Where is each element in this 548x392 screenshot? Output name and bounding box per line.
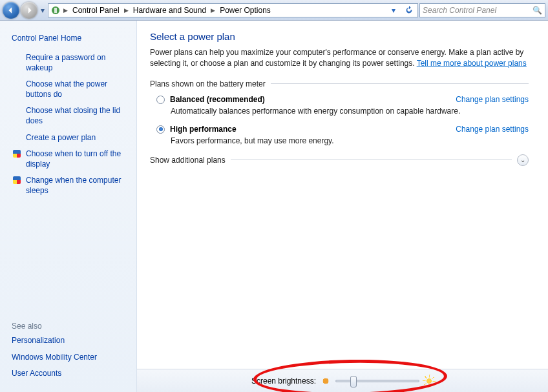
shield-icon [13,150,21,158]
breadcrumb-power-options[interactable]: Power Options [218,5,273,15]
search-placeholder: Search Control Panel [423,6,496,15]
chevron-right-icon: ▶ [63,7,68,14]
plan-name[interactable]: High performance [170,125,237,134]
back-button[interactable] [3,2,19,19]
slider-thumb[interactable] [350,376,357,387]
intro-help-link[interactable]: Tell me more about power plans [417,59,527,68]
search-input[interactable]: Search Control Panel 🔍 [419,3,545,17]
plan-row-balanced: Balanced (recommended) Change plan setti… [156,95,529,104]
sun-bright-icon [425,377,434,386]
history-dropdown[interactable]: ▾ [39,2,47,19]
svg-rect-1 [54,8,57,13]
breadcrumb-hardware-sound[interactable]: Hardware and Sound [131,5,208,15]
plan-row-high-perf: High performance Change plan settings [156,125,529,134]
show-additional-plans[interactable]: Show additional plans ⌄ [150,154,529,166]
sidebar: Control Panel Home Require a password on… [0,21,137,392]
see-also-header: See also [12,322,127,331]
search-icon: 🔍 [532,6,542,15]
intro-text: Power plans can help you maximize your c… [150,47,529,69]
brightness-label: Screen brightness: [251,377,316,386]
back-arrow-icon [7,6,15,14]
refresh-icon [405,6,414,15]
plan-name[interactable]: Balanced (recommended) [170,95,265,104]
breadcrumb-control-panel[interactable]: Control Panel [70,5,121,15]
sidebar-home-link[interactable]: Control Panel Home [12,34,127,43]
shield-icon [13,176,21,184]
see-also-personalization[interactable]: Personalization [12,336,127,346]
address-dropdown[interactable]: ▾ [387,4,400,17]
see-also-mobility-center[interactable]: Windows Mobility Center [12,353,127,363]
chevron-right-icon: ▶ [211,7,215,14]
sidebar-link-require-password[interactable]: Require a password on wakeup [12,53,127,73]
plan-desc: Favors performance, but may use more ene… [171,136,529,145]
breadcrumb-bar[interactable]: ▶ Control Panel ▶ Hardware and Sound ▶ P… [48,3,418,17]
sidebar-link-turn-off-display[interactable]: Choose when to turn off the display [12,149,127,169]
plan-desc: Automatically balances performance with … [171,107,529,116]
address-bar: ▾ ▶ Control Panel ▶ Hardware and Sound ▶… [0,0,548,21]
radio-high-performance[interactable] [156,125,165,134]
sidebar-link-create-plan[interactable]: Create a power plan [12,133,127,143]
change-plan-settings-link[interactable]: Change plan settings [456,125,529,134]
content-pane: Select a power plan Power plans can help… [137,21,548,392]
see-also-user-accounts[interactable]: User Accounts [12,369,127,379]
forward-arrow-icon [25,6,33,14]
forward-button[interactable] [21,2,37,19]
refresh-button[interactable] [403,4,416,17]
change-plan-settings-link[interactable]: Change plan settings [456,95,529,104]
radio-balanced[interactable] [156,96,165,104]
chevron-down-icon[interactable]: ⌄ [517,154,529,166]
page-title: Select a power plan [150,31,529,42]
sidebar-link-power-buttons[interactable]: Choose what the power buttons do [12,79,127,99]
sun-dim-icon [321,377,330,386]
brightness-bar: Screen brightness: [137,369,548,392]
chevron-right-icon: ▶ [124,7,129,14]
sidebar-link-computer-sleeps[interactable]: Change when the computer sleeps [12,176,127,196]
plans-group-header: Plans shown on the battery meter [150,79,529,88]
brightness-slider[interactable] [335,380,419,382]
sidebar-link-closing-lid[interactable]: Choose what closing the lid does [12,106,127,126]
control-panel-icon [50,5,61,15]
